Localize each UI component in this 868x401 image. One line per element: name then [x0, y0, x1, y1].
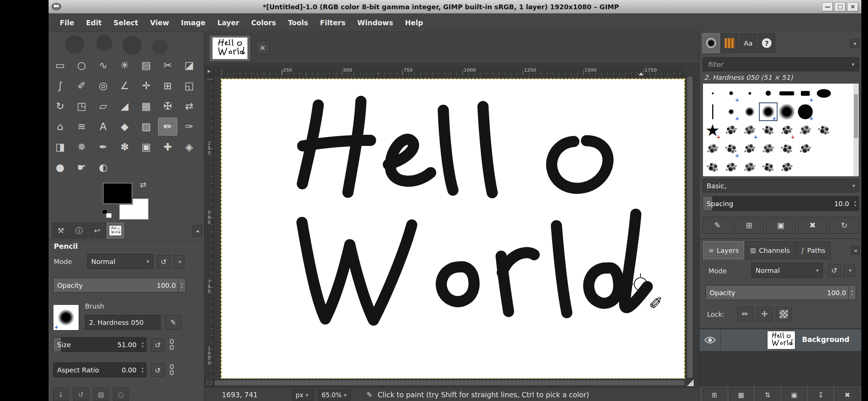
- dock-collapse-button[interactable]: ◂: [193, 225, 202, 237]
- brush-item-bar2[interactable]: +: [796, 84, 815, 102]
- tool-airbrush[interactable]: ✵: [72, 138, 91, 156]
- opacity-slider[interactable]: Opacity 100.0 ▴▾: [53, 278, 186, 293]
- edit-brush-button[interactable]: ✎: [165, 315, 181, 330]
- brush-item-splat[interactable]: [759, 140, 777, 158]
- tool-scissors-select[interactable]: ✂: [158, 56, 177, 74]
- brush-tag-dropdown[interactable]: Basic, ▾: [703, 179, 859, 192]
- duplicate-layer-button[interactable]: ▣: [782, 388, 806, 401]
- refresh-brushes-button[interactable]: ↻: [829, 217, 859, 234]
- new-group-button[interactable]: ▦: [729, 388, 753, 401]
- tool-ellipse-select[interactable]: ○: [72, 56, 91, 74]
- close-button[interactable]: ×: [847, 2, 858, 12]
- brush-item-splat[interactable]: [740, 140, 759, 158]
- tool-shear[interactable]: ▱: [93, 97, 113, 115]
- new-brush-button[interactable]: ⊞: [734, 217, 764, 234]
- tool-select-by-color[interactable]: ▤: [137, 56, 156, 74]
- minimize-button[interactable]: —: [822, 2, 833, 12]
- tool-perspective[interactable]: ◢: [115, 97, 134, 115]
- maximize-button[interactable]: □: [835, 2, 846, 12]
- brush-item-splat[interactable]: [815, 121, 833, 140]
- brush-item-splat[interactable]: [759, 121, 777, 140]
- pressure-option-button[interactable]: ↓: [53, 388, 69, 401]
- raise-lower-layer-button[interactable]: ⇅: [756, 388, 779, 401]
- tool-eraser[interactable]: ◨: [50, 138, 70, 156]
- menu-filters[interactable]: Filters: [314, 13, 352, 32]
- aspect-ratio-slider[interactable]: Aspect Ratio 0.00 ▴▾: [53, 362, 147, 377]
- reset-option-button[interactable]: ↺: [73, 388, 89, 401]
- spacing-slider[interactable]: Spacing 10.0 ▴▾: [703, 196, 859, 211]
- tool-bucket-fill[interactable]: ◆: [115, 118, 134, 136]
- layer-visibility-eye-icon[interactable]: [704, 336, 716, 345]
- brush-item-splat[interactable]: [796, 140, 815, 158]
- brush-item-splat[interactable]: [777, 158, 796, 177]
- duplicate-brush-button[interactable]: ▣: [766, 217, 796, 234]
- image-tab[interactable]: [209, 35, 251, 62]
- brush-item-splat[interactable]: [740, 158, 759, 177]
- brush-item-splat[interactable]: +: [777, 121, 796, 140]
- horizontal-scrollbar[interactable]: [214, 379, 685, 386]
- tool-measure[interactable]: ∠: [115, 77, 134, 95]
- menu-file[interactable]: File: [54, 13, 80, 32]
- new-layer-button[interactable]: ⊞: [703, 388, 726, 401]
- brushes-tab[interactable]: [703, 33, 720, 53]
- brush-item-ellipse[interactable]: [815, 84, 833, 102]
- spin-buttons[interactable]: ▴▾: [178, 278, 185, 292]
- brush-item-fuzzy[interactable]: [740, 102, 759, 121]
- tab-channels[interactable]: ▥Channels: [745, 241, 795, 259]
- tool-blur-sharpen[interactable]: ●: [50, 159, 70, 176]
- tool-scale[interactable]: ◳: [72, 97, 91, 115]
- layer-opacity-slider[interactable]: Opacity 100.0 ▴▾: [706, 285, 856, 300]
- delete-layer-button[interactable]: ✖: [835, 388, 859, 401]
- tool-align[interactable]: ⊞: [158, 77, 177, 95]
- tool-free-select[interactable]: ∿: [93, 56, 113, 74]
- tool-handle-transform[interactable]: ✠: [158, 97, 177, 115]
- size-slider[interactable]: Size 51.00 ▴▾: [53, 337, 147, 352]
- spin-buttons[interactable]: ▴▾: [848, 286, 856, 300]
- menu-help[interactable]: Help: [399, 13, 429, 32]
- brush-item-line[interactable]: [703, 102, 722, 121]
- brush-item-fuzzy[interactable]: +: [722, 102, 740, 121]
- tab-paths[interactable]: ∫Paths: [796, 241, 831, 259]
- brush-item-splat[interactable]: [759, 158, 777, 177]
- brush-item-dot[interactable]: [703, 84, 722, 102]
- tool-dodge-burn[interactable]: ◐: [93, 159, 113, 176]
- brush-item-splat[interactable]: [722, 158, 740, 177]
- menu-edit[interactable]: Edit: [80, 13, 108, 32]
- layer-name[interactable]: Background: [802, 335, 849, 343]
- menu-view[interactable]: View: [144, 13, 175, 32]
- tool-warp-transform[interactable]: ≋: [72, 118, 91, 136]
- tool-color-picker[interactable]: ✐: [72, 77, 91, 95]
- fonts-tab[interactable]: Aa: [740, 33, 757, 53]
- scrollbar-thumb[interactable]: [687, 76, 693, 378]
- layer-thumbnail[interactable]: [767, 331, 795, 349]
- zoom-dropdown[interactable]: 65.0%▾: [318, 389, 351, 401]
- tool-smudge[interactable]: ☛: [72, 159, 91, 176]
- delete-brush-button[interactable]: ✖: [798, 217, 828, 234]
- tool-perspective-clone[interactable]: ◈: [180, 138, 199, 156]
- layers-menu-button[interactable]: ◂: [851, 246, 860, 255]
- brush-item-dot[interactable]: +: [722, 84, 740, 102]
- aspect-link-icon[interactable]: [168, 362, 175, 377]
- mode-switch-dropdown[interactable]: ▾: [173, 255, 184, 268]
- undo-history-tab[interactable]: ↩: [89, 223, 106, 238]
- menu-image[interactable]: Image: [175, 13, 211, 32]
- tool-options-tab[interactable]: ⚒: [52, 223, 69, 238]
- scrollbar-thumb[interactable]: [854, 94, 858, 138]
- brush-filter-input[interactable]: filter ▾: [703, 57, 859, 71]
- tool-gradient[interactable]: ▨: [137, 118, 156, 136]
- device-status-tab[interactable]: ⓘ: [70, 223, 88, 238]
- vertical-scrollbar[interactable]: [686, 76, 694, 379]
- brush-item-star[interactable]: ★+: [703, 121, 722, 140]
- menu-colors[interactable]: Colors: [245, 13, 282, 32]
- tool-zoom[interactable]: ◎: [93, 77, 113, 95]
- unit-dropdown[interactable]: px▾: [292, 389, 314, 401]
- aspect-reset-button[interactable]: ↺: [151, 363, 164, 377]
- dynamics-option-button[interactable]: ○: [113, 388, 129, 401]
- swap-colors-icon[interactable]: ⇄: [140, 180, 147, 189]
- tool-ink[interactable]: ✒: [93, 138, 113, 156]
- mode-reset-button[interactable]: ↺: [157, 255, 170, 268]
- brush-preview[interactable]: +: [53, 304, 79, 330]
- spin-buttons[interactable]: ▴▾: [139, 363, 146, 377]
- patterns-tab[interactable]: [721, 33, 738, 53]
- brush-item-splat[interactable]: [703, 140, 722, 158]
